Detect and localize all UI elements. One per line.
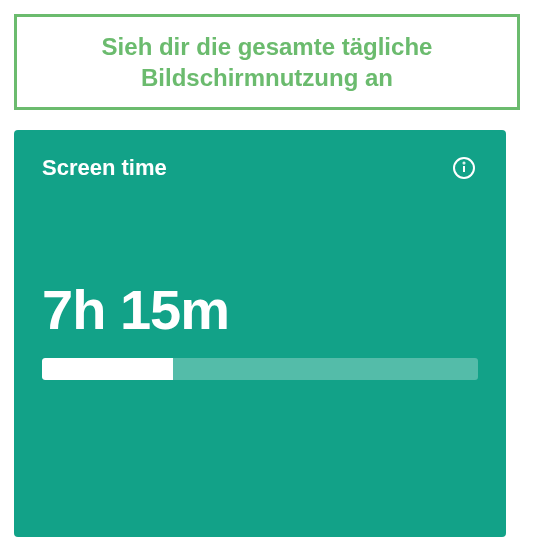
info-icon	[452, 156, 476, 180]
card-header: Screen time	[42, 154, 478, 182]
svg-point-2	[464, 163, 465, 164]
progress-bar	[42, 358, 478, 380]
screen-time-value: 7h 15m	[42, 277, 478, 342]
screen-time-card: Screen time 7h 15m	[14, 130, 506, 537]
info-button[interactable]	[450, 154, 478, 182]
instruction-text: Sieh dir die gesamte tägliche Bildschirm…	[37, 31, 497, 93]
instruction-banner: Sieh dir die gesamte tägliche Bildschirm…	[14, 14, 520, 110]
card-title: Screen time	[42, 155, 167, 181]
progress-fill	[42, 358, 173, 380]
